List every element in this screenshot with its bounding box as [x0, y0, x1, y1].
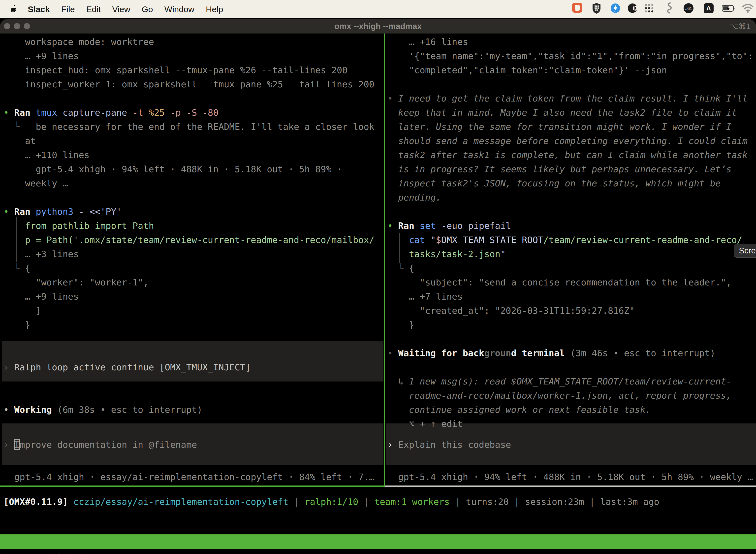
terminal-line: ⌥ + ↑ edit — [387, 417, 756, 431]
dots-grid-icon[interactable] — [644, 3, 654, 15]
right-prompt-input[interactable]: › Explain this codebase — [387, 438, 511, 452]
text-segment: ↳ — [387, 376, 409, 386]
text-segment: | — [289, 497, 305, 507]
text-segment: … +110 lines — [3, 150, 89, 160]
text-segment: -p -S -80 — [170, 107, 218, 118]
terminal-line: tasks/task-2.json" — [387, 247, 756, 261]
menu-item-go[interactable]: Go — [142, 4, 153, 14]
text-segment: task2 after task1 is complete, but can I… — [387, 150, 748, 160]
text-segment: • — [387, 348, 398, 358]
terminal-line: • Waiting for background terminal (3m 46… — [387, 346, 756, 360]
text-segment — [387, 235, 409, 245]
text-segment: capture-pane — [63, 107, 132, 118]
terminal-line: from pathlib import Path — [3, 219, 383, 233]
left-prompt-input[interactable]: › Improve documentation in @filename — [3, 438, 197, 452]
terminal-line — [387, 77, 756, 91]
text-segment: p = Path('.omx/state/team/review-current… — [3, 235, 375, 245]
menu-item-edit[interactable]: Edit — [86, 4, 101, 14]
text-segment: › — [3, 362, 14, 372]
text-segment: mprove documentation in @filename — [19, 440, 197, 450]
blue-bolt-badge-icon[interactable] — [610, 3, 621, 16]
text-segment: tmux — [36, 107, 63, 118]
menu-item-file[interactable]: File — [61, 4, 75, 14]
terminal-line: › Ralph loop active continue [OMX_TMUX_I… — [3, 360, 383, 374]
window-title-bar[interactable]: omx --xhigh --madmax ⌥⌘1 — [0, 19, 756, 34]
terminal-line — [387, 332, 756, 346]
omx-status-line: [OMX#0.11.9] cczip/essay/ai-reimplementa… — [3, 495, 659, 509]
text-segment: "created_at": "2026-03-31T11:59:27.816Z" — [387, 306, 635, 316]
terminal-line: readme-and-reco/mailbox/worker-1.json, a… — [387, 388, 756, 403]
circle-badge-icon[interactable]: ..61 — [683, 3, 694, 16]
menu-item-slack[interactable]: Slack — [28, 4, 50, 14]
text-segment: … +7 lines — [387, 291, 462, 301]
text-segment: • — [387, 93, 398, 104]
terminal-line: ↳ 1 new msg(s): read $OMX_TEAM_STATE_ROO… — [387, 374, 756, 388]
terminal-line: └ be necessary for the end of the README… — [3, 120, 383, 134]
terminal-line: … +3 lines — [3, 247, 383, 261]
input-source-icon[interactable]: A — [703, 3, 714, 15]
text-segment: d terminal — [511, 348, 570, 358]
terminal-line: inspect_worker-1: omx sparkshell --tmux-… — [3, 77, 383, 91]
terminal-line: should send a message before completing … — [387, 134, 756, 148]
text-segment: gpt-5.4 xhigh · 94% left · 488K in · 5.1… — [387, 472, 753, 482]
apple-menu-icon[interactable] — [10, 5, 18, 14]
terminal-line: gpt-5.4 xhigh · 94% left · 488K in · 5.1… — [3, 162, 383, 176]
text-segment: "worker": "worker-1", — [3, 277, 148, 287]
screen: Slack File Edit View Go Window Help — [0, 0, 756, 554]
hook-squiggle-icon[interactable] — [665, 2, 673, 16]
pane-border-bottom-left — [0, 486, 385, 487]
text-segment: OMX_TEAM_STATE_ROOT — [441, 235, 544, 245]
terminal-line: } — [387, 318, 756, 332]
terminal-line: at — [3, 134, 383, 148]
text-segment: ⌥ + ↑ edit — [387, 419, 462, 429]
menu-item-window[interactable]: Window — [165, 4, 194, 14]
text-segment — [387, 249, 409, 259]
text-segment: Waiting for back — [398, 348, 484, 358]
menu-item-help[interactable]: Help — [206, 4, 223, 14]
text-segment: team:1 workers — [375, 497, 450, 507]
text-segment: 1 new msg(s): read $OMX_TEAM_STATE_ROOT/… — [409, 376, 732, 386]
text-segment: from pathlib import Path — [3, 221, 154, 231]
tmux-session-label[interactable]: [omx-cczip0:bash* — [2, 549, 94, 554]
battery-icon[interactable] — [722, 4, 736, 14]
terminal-line — [387, 205, 756, 219]
shield-grid-icon[interactable] — [591, 2, 602, 16]
terminal-line — [3, 332, 383, 346]
terminal-line: … +7 lines — [387, 289, 756, 303]
text-segment: " — [500, 249, 506, 259]
text-segment: inspect_worker-1: omx sparkshell --tmux-… — [3, 79, 375, 89]
terminal-line: p = Path('.omx/state/team/review-current… — [3, 233, 383, 247]
terminal-line: ] — [3, 303, 383, 318]
text-segment: should send a message before completing … — [387, 136, 748, 146]
terminal-line: … +16 lines — [387, 35, 756, 49]
crescent-icon[interactable] — [627, 3, 638, 16]
terminal-line — [3, 374, 383, 388]
menu-item-view[interactable]: View — [112, 4, 130, 14]
text-segment: ralph:1/10 — [305, 497, 359, 507]
text-segment: | — [450, 497, 466, 507]
text-segment: turns:20 | session:23m | last:3m ago — [466, 497, 659, 507]
text-segment: pending. — [387, 192, 441, 203]
text-segment: • — [3, 107, 14, 118]
pane-divider-vertical[interactable] — [384, 34, 385, 486]
text-segment: … +9 lines — [3, 291, 79, 301]
terminal-line: … +110 lines — [3, 148, 383, 162]
terminal-line: '{"team_name":"my-team","task_id":"1","f… — [387, 49, 756, 63]
text-segment: readme-and-reco/mailbox/worker-1.json, a… — [387, 390, 732, 401]
left-terminal-pane[interactable]: workspace_mode: worktree … +9 lines insp… — [3, 35, 383, 417]
right-terminal-pane[interactable]: … +16 lines '{"team_name":"my-team","tas… — [387, 35, 756, 431]
text-segment: Ran — [14, 207, 36, 217]
terminal-line: pending. — [387, 190, 756, 205]
wifi-icon[interactable] — [742, 3, 754, 15]
text-segment: continue assigned work or next feasible … — [387, 404, 651, 415]
text-segment: … +9 lines — [3, 51, 79, 61]
text-segment: I — [14, 440, 19, 450]
text-segment: | — [359, 497, 375, 507]
text-segment: '{"team_name":"my-team","task_id":"1","f… — [387, 51, 753, 61]
text-segment: • — [3, 207, 14, 217]
orange-chat-icon[interactable] — [572, 2, 583, 16]
text-segment: gpt-5.4 xhigh · essay/ai-reimplementatio… — [3, 472, 375, 482]
terminal-line — [3, 388, 383, 403]
text-segment: at — [3, 136, 36, 146]
text-segment: keep that in mind. Maybe I also need the… — [387, 107, 737, 118]
